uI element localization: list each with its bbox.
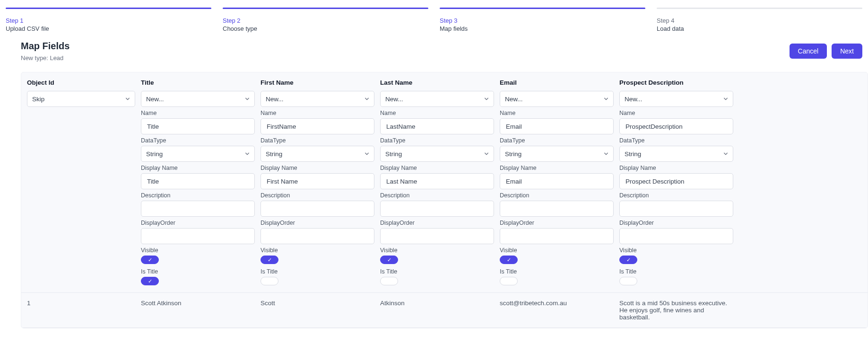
display-order-input[interactable] [619,228,733,244]
preview-cell: Scott Atkinson [141,293,260,327]
visible-toggle[interactable]: ✓ [619,256,637,264]
label-name: Name [380,110,494,116]
visible-toggle[interactable]: ✓ [141,256,159,264]
label-display-order: DisplayOrder [141,220,255,226]
mapping-select[interactable]: New... [141,91,255,107]
label-name: Name [619,110,733,116]
chevron-down-icon [365,97,369,101]
label-display-name: Display Name [380,165,494,171]
visible-toggle[interactable]: ✓ [380,256,398,264]
chevron-down-icon [484,151,489,156]
display-order-input[interactable] [141,228,255,244]
is-title-toggle[interactable]: ✓ [380,277,398,285]
name-input[interactable] [380,118,494,134]
label-name: Name [141,110,255,116]
label-display-order: DisplayOrder [619,220,733,226]
step-progress-bar [223,8,428,9]
mapping-select[interactable]: New... [260,91,374,107]
display-name-input[interactable] [380,173,494,189]
check-icon: ✓ [268,257,272,263]
visible-toggle[interactable]: ✓ [500,256,518,264]
column-header: Title [141,79,255,86]
map-column: First NameNew...NameDataTypeStringDispla… [260,72,380,292]
map-columns: Object IdSkipTitleNew...NameDataTypeStri… [21,72,868,292]
label-visible: Visible [619,247,733,254]
label-display-name: Display Name [619,165,733,171]
label-is-title: Is Title [619,268,733,275]
step-4[interactable]: Step 4 Load data [657,0,862,32]
label-description: Description [141,192,255,199]
label-name: Name [500,110,614,116]
step-1[interactable]: Step 1 Upload CSV file [6,0,211,32]
display-name-input[interactable] [141,173,255,189]
chevron-down-icon [245,151,250,156]
step-2[interactable]: Step 2 Choose type [223,0,428,32]
datatype-select[interactable]: String [260,146,374,162]
map-fields-panel: Object IdSkipTitleNew...NameDataTypeStri… [21,72,868,328]
visible-toggle[interactable]: ✓ [260,256,278,264]
datatype-select[interactable]: String [380,146,494,162]
label-datatype: DataType [619,137,733,144]
step-progress-bar [440,8,645,9]
step-3[interactable]: Step 3 Map fields [440,0,645,32]
display-name-input[interactable] [619,173,733,189]
label-description: Description [260,192,374,199]
cancel-button[interactable]: Cancel [790,44,827,59]
check-icon: ✓ [387,257,391,263]
name-input[interactable] [141,118,255,134]
mapping-select[interactable]: New... [619,91,733,107]
description-input[interactable] [380,201,494,217]
display-order-input[interactable] [260,228,374,244]
label-display-name: Display Name [141,165,255,171]
name-input[interactable] [619,118,733,134]
datatype-select[interactable]: String [141,146,255,162]
check-icon: ✓ [507,257,511,263]
preview-cell: Atkinson [380,293,500,327]
column-header: First Name [260,79,374,86]
mapping-select[interactable]: New... [380,91,494,107]
label-visible: Visible [141,247,255,254]
name-input[interactable] [500,118,614,134]
display-order-input[interactable] [380,228,494,244]
map-column: Prospect DescriptionNew...NameDataTypeSt… [619,72,739,292]
step-progress-bar [657,8,862,9]
display-name-input[interactable] [500,173,614,189]
next-button[interactable]: Next [832,44,862,59]
label-name: Name [260,110,374,116]
column-header: Object Id [27,79,135,86]
step-number: Step 3 [440,17,645,24]
action-buttons: Cancel Next [790,44,862,59]
description-input[interactable] [619,201,733,217]
label-display-order: DisplayOrder [260,220,374,226]
description-input[interactable] [141,201,255,217]
description-input[interactable] [500,201,614,217]
label-description: Description [619,192,733,199]
is-title-toggle[interactable]: ✓ [141,277,159,285]
label-description: Description [500,192,614,199]
mapping-select[interactable]: Skip [27,91,135,107]
mapping-select[interactable]: New... [500,91,614,107]
preview-cell: Scott [260,293,380,327]
chevron-down-icon [245,97,250,101]
description-input[interactable] [260,201,374,217]
name-input[interactable] [260,118,374,134]
column-header: Email [500,79,614,86]
is-title-toggle[interactable]: ✓ [260,277,278,285]
label-datatype: DataType [260,137,374,144]
map-column: TitleNew...NameDataTypeStringDisplay Nam… [141,72,260,292]
display-order-input[interactable] [500,228,614,244]
step-label: Map fields [440,25,645,32]
chevron-down-icon [125,97,130,101]
datatype-select[interactable]: String [619,146,733,162]
display-name-input[interactable] [260,173,374,189]
datatype-select[interactable]: String [500,146,614,162]
preview-row: 1Scott AtkinsonScottAtkinsonscott@tribet… [21,292,868,328]
map-column: Last NameNew...NameDataTypeStringDisplay… [380,72,500,292]
step-number: Step 4 [657,17,862,24]
step-label: Load data [657,25,862,32]
check-icon: ✓ [148,257,152,263]
chevron-down-icon [604,97,608,101]
label-display-name: Display Name [500,165,614,171]
is-title-toggle[interactable]: ✓ [619,277,637,285]
is-title-toggle[interactable]: ✓ [500,277,518,285]
